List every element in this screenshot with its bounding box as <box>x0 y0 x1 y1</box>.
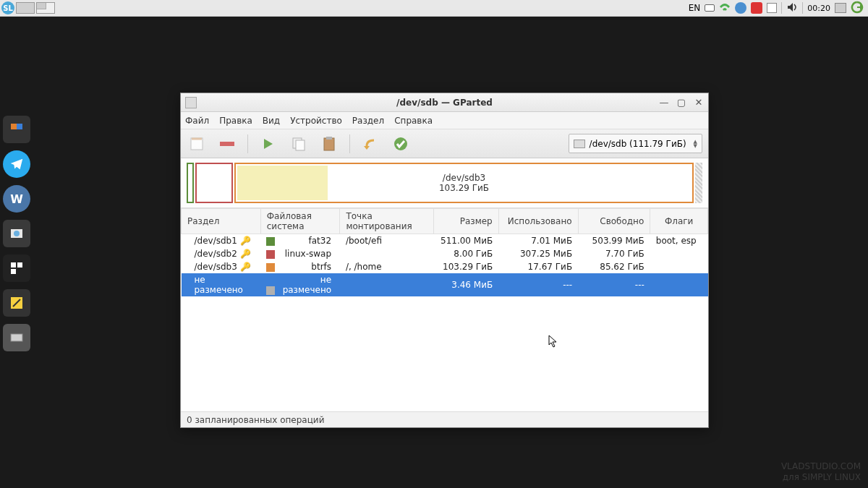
device-selector[interactable]: /dev/sdb (111.79 ГиБ) ▲▼ <box>569 134 702 153</box>
menu-view[interactable]: Вид <box>263 116 280 126</box>
table-row[interactable]: /dev/sdb3 🔑 btrfs/, /home103.29 ГиБ17.67… <box>182 260 708 273</box>
disk-icon <box>574 140 585 148</box>
menu-edit[interactable]: Правка <box>219 116 252 126</box>
table-row[interactable]: /dev/sdb2 🔑 linux-swap8.00 ГиБ307.25 МиБ… <box>182 247 708 260</box>
svg-rect-14 <box>326 137 332 140</box>
svg-rect-4 <box>11 262 16 267</box>
col-partition[interactable]: Раздел <box>182 209 261 234</box>
disk-map[interactable]: /dev/sdb3 103.29 ГиБ <box>187 163 702 203</box>
top-panel: SL EN 00:20 <box>0 0 868 17</box>
trash-tray-icon[interactable] <box>835 3 846 13</box>
svg-point-3 <box>14 231 20 236</box>
col-flags[interactable]: Флаги <box>650 209 708 234</box>
col-size[interactable]: Размер <box>434 209 499 234</box>
dock-vk[interactable]: W <box>3 185 30 213</box>
keyboard-layout-indicator[interactable]: EN <box>689 3 701 13</box>
diskmap-unallocated[interactable] <box>695 163 702 203</box>
dock-files[interactable] <box>3 254 30 282</box>
table-row[interactable]: /dev/sdb1 🔑 fat32/boot/efi511.00 МиБ7.01… <box>182 234 708 248</box>
toolbar-separator <box>247 134 248 153</box>
notification-tray-icon[interactable] <box>751 2 762 14</box>
statusbar: 0 запланированных операций <box>181 411 708 427</box>
diskmap-label: /dev/sdb3 103.29 ГиБ <box>439 173 489 193</box>
separator <box>802 2 803 14</box>
dock-drive[interactable] <box>3 324 30 351</box>
col-fs[interactable]: Файловая система <box>260 209 340 234</box>
separator <box>781 2 782 14</box>
clipboard-tray-icon[interactable] <box>767 3 777 13</box>
lock-icon: 🔑 <box>240 249 247 256</box>
svg-rect-8 <box>11 334 22 341</box>
menu-help[interactable]: Справка <box>394 116 433 126</box>
window-title: /dev/sdb — GParted <box>181 98 708 108</box>
dock-telegram[interactable] <box>3 150 30 178</box>
fs-swatch <box>266 286 275 295</box>
svg-rect-6 <box>11 269 16 274</box>
table-row[interactable]: не размечено не размечено3.46 МиБ------ <box>182 273 708 296</box>
window-icon <box>185 97 197 108</box>
toolbar: /dev/sdb (111.79 ГиБ) ▲▼ <box>181 129 708 158</box>
vk-tray-icon[interactable] <box>735 2 746 14</box>
fs-swatch <box>266 237 275 246</box>
resize-partition-button[interactable] <box>258 134 278 154</box>
volume-icon[interactable] <box>786 1 798 15</box>
toolbar-separator <box>349 134 350 153</box>
col-mount[interactable]: Точка монтирования <box>340 209 434 234</box>
new-partition-button[interactable] <box>187 134 207 154</box>
svg-rect-1 <box>17 124 22 129</box>
lock-icon: 🔑 <box>240 262 247 269</box>
workspace-1-button[interactable] <box>16 2 35 14</box>
paste-partition-button[interactable] <box>319 134 339 154</box>
minimize-button[interactable]: — <box>658 95 671 108</box>
menu-device[interactable]: Устройство <box>290 116 342 126</box>
dock-app-1[interactable] <box>3 116 30 143</box>
workspace-2-button[interactable] <box>36 2 55 14</box>
diskmap-sdb3[interactable]: /dev/sdb3 103.29 ГиБ <box>234 163 694 203</box>
fs-swatch <box>266 263 275 272</box>
wifi-icon[interactable] <box>719 2 731 14</box>
svg-rect-12 <box>296 140 305 150</box>
battery-icon[interactable] <box>705 4 715 12</box>
delete-partition-button[interactable] <box>217 134 237 154</box>
col-used[interactable]: Использовано <box>498 209 578 234</box>
col-free[interactable]: Свободно <box>578 209 650 234</box>
logout-icon[interactable] <box>851 1 864 16</box>
fs-swatch <box>266 250 275 259</box>
undo-button[interactable] <box>360 134 380 154</box>
svg-rect-5 <box>17 262 22 267</box>
diskmap-sdb1[interactable] <box>187 163 194 203</box>
lock-icon: 🔑 <box>240 236 247 243</box>
svg-rect-13 <box>324 138 334 150</box>
svg-rect-10 <box>220 142 234 146</box>
clock[interactable]: 00:20 <box>807 4 830 13</box>
dock-disc[interactable] <box>3 220 30 247</box>
menubar: Файл Правка Вид Устройство Раздел Справк… <box>181 112 708 129</box>
titlebar[interactable]: /dev/sdb — GParted — ▢ ✕ <box>181 93 708 112</box>
maximize-button[interactable]: ▢ <box>675 95 688 108</box>
menu-file[interactable]: Файл <box>185 116 209 126</box>
apply-button[interactable] <box>391 134 411 154</box>
copy-partition-button[interactable] <box>289 134 309 154</box>
menu-partition[interactable]: Раздел <box>352 116 384 126</box>
diskmap-used-region <box>237 166 328 200</box>
dock-notes[interactable] <box>3 289 30 317</box>
svg-rect-0 <box>11 124 17 129</box>
close-button[interactable]: ✕ <box>692 95 705 108</box>
gparted-window: /dev/sdb — GParted — ▢ ✕ Файл Правка Вид… <box>180 93 709 428</box>
diskmap-sdb2[interactable] <box>195 163 233 203</box>
start-menu-button[interactable]: SL <box>1 1 14 14</box>
status-text: 0 запланированных операций <box>187 415 324 425</box>
wallpaper-watermark: VLADSTUDIO.COM для SIMPLY LINUX <box>781 461 861 484</box>
dock: W <box>3 116 30 351</box>
partition-table[interactable]: Раздел Файловая система Точка монтирован… <box>181 207 708 411</box>
